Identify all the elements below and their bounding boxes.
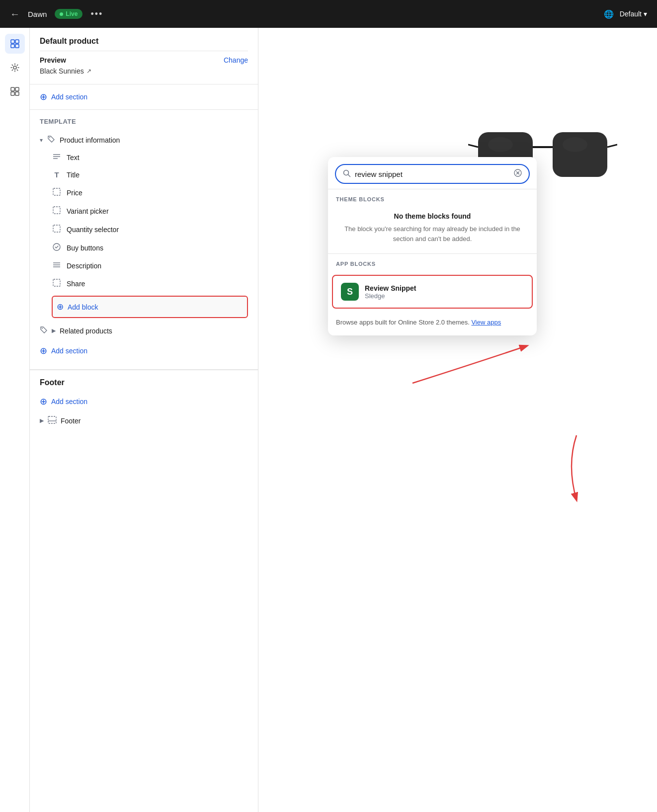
product-information-label: Product information xyxy=(60,136,120,144)
related-tag-icon xyxy=(40,326,48,335)
left-panel: Default product Preview Change Black Sun… xyxy=(30,28,258,812)
svg-point-21 xyxy=(42,328,43,329)
related-products-label: Related products xyxy=(60,327,112,335)
default-label: Default xyxy=(620,10,642,18)
no-results-title: No theme blocks found xyxy=(340,212,525,220)
change-link[interactable]: Change xyxy=(224,56,248,64)
svg-rect-14 xyxy=(53,207,60,214)
footer-tree-label: Footer xyxy=(61,417,81,425)
svg-rect-1 xyxy=(15,40,19,43)
block-buy-buttons[interactable]: Buy buttons xyxy=(52,239,248,257)
blocks-list: Text T Title Price xyxy=(40,149,248,318)
back-button[interactable]: ← xyxy=(10,8,20,20)
svg-rect-8 xyxy=(15,92,19,95)
block-variant-picker[interactable]: Variant picker xyxy=(52,202,248,220)
block-quantity-label: Quantity selector xyxy=(67,226,119,234)
price-block-icon xyxy=(52,188,62,197)
block-share[interactable]: Share xyxy=(52,274,248,293)
chevron-right-icon: ▶ xyxy=(52,327,56,334)
svg-line-32 xyxy=(348,174,350,176)
app-block-review-snippet[interactable]: S Review Snippet Sledge xyxy=(332,275,533,309)
svg-rect-2 xyxy=(11,44,14,48)
app-icon: S xyxy=(341,283,359,301)
rail-icon-settings[interactable] xyxy=(5,58,25,78)
svg-point-4 xyxy=(13,66,16,69)
app-icon-letter: S xyxy=(347,287,353,297)
app-block-info: Review Snippet Sledge xyxy=(365,284,416,300)
tag-icon xyxy=(47,135,56,145)
svg-rect-20 xyxy=(53,279,60,286)
block-price[interactable]: Price xyxy=(52,183,248,202)
product-name: Black Sunnies xyxy=(40,67,84,75)
live-label: Live xyxy=(66,10,78,17)
theme-name: Dawn xyxy=(28,10,47,18)
chevron-down-icon: ▾ xyxy=(40,137,43,144)
svg-line-27 xyxy=(468,145,478,147)
rail-icon-apps[interactable] xyxy=(5,81,25,101)
block-text[interactable]: Text xyxy=(52,149,248,166)
svg-line-28 xyxy=(607,145,617,147)
default-dropdown[interactable]: Default ▾ xyxy=(620,10,647,18)
preview-row: Preview Change xyxy=(40,56,248,64)
add-block-dropdown: review snippet THEME BLOCKS No them xyxy=(328,157,537,335)
chevron-right-footer-icon: ▶ xyxy=(40,417,44,424)
svg-rect-5 xyxy=(11,87,14,91)
footer-section: Footer ⊕ Add section ▶ Footer xyxy=(30,370,258,437)
add-block-button[interactable]: ⊕ Add block xyxy=(52,296,248,318)
block-description[interactable]: Description xyxy=(52,257,248,274)
preview-label: Preview xyxy=(40,56,66,64)
related-products-item[interactable]: ▶ Related products xyxy=(40,321,248,340)
live-dot xyxy=(60,12,63,16)
add-section-footer-button[interactable]: ⊕ Add section xyxy=(40,391,248,412)
main-layout: Default product Preview Change Black Sun… xyxy=(0,28,657,812)
svg-point-30 xyxy=(563,137,587,152)
quantity-block-icon xyxy=(52,225,62,234)
svg-rect-6 xyxy=(15,87,19,91)
buy-buttons-block-icon xyxy=(52,243,62,252)
search-bar: review snippet xyxy=(335,164,530,184)
icon-rail xyxy=(0,28,30,812)
add-section-top-button[interactable]: ⊕ Add section xyxy=(40,86,248,107)
app-block-name: Review Snippet xyxy=(365,284,416,292)
block-share-label: Share xyxy=(67,280,85,288)
plus-circle-icon: ⊕ xyxy=(40,91,47,102)
variant-block-icon xyxy=(52,206,62,216)
block-buy-buttons-label: Buy buttons xyxy=(67,244,103,252)
svg-rect-0 xyxy=(11,40,14,43)
footer-block-icon xyxy=(48,416,57,425)
block-price-label: Price xyxy=(67,189,82,197)
share-block-icon xyxy=(52,279,62,288)
right-preview: review snippet THEME BLOCKS No them xyxy=(258,28,657,812)
plus-circle-icon-2: ⊕ xyxy=(40,345,47,356)
preview-product: Black Sunnies ↗ xyxy=(40,67,248,75)
clear-search-icon[interactable] xyxy=(514,169,522,179)
live-badge: Live xyxy=(55,9,82,19)
svg-point-29 xyxy=(488,137,513,152)
panel-header-section: Default product Preview Change Black Sun… xyxy=(30,28,258,84)
app-blocks-header: APP BLOCKS xyxy=(328,254,537,271)
view-apps-link[interactable]: View apps xyxy=(471,319,501,326)
block-title[interactable]: T Title xyxy=(52,166,248,183)
svg-rect-22 xyxy=(48,416,56,423)
external-link-icon[interactable]: ↗ xyxy=(86,68,91,75)
block-quantity-selector[interactable]: Quantity selector xyxy=(52,220,248,239)
more-button[interactable]: ••• xyxy=(90,9,103,19)
add-section-top-container: ⊕ Add section xyxy=(30,84,258,109)
block-description-label: Description xyxy=(67,262,101,270)
add-section-top-label: Add section xyxy=(51,93,87,101)
template-section: Template ▾ Product information xyxy=(30,110,258,369)
text-block-icon xyxy=(52,153,62,162)
svg-point-16 xyxy=(53,244,60,250)
preview-inner: review snippet THEME BLOCKS No them xyxy=(258,28,657,812)
svg-rect-7 xyxy=(11,92,14,95)
footer-tree-item[interactable]: ▶ Footer xyxy=(40,412,248,429)
rail-icon-sections[interactable] xyxy=(5,34,25,54)
add-section-bottom-button[interactable]: ⊕ Add section xyxy=(40,340,248,361)
add-block-label: Add block xyxy=(68,303,98,311)
chevron-down-icon: ▾ xyxy=(644,10,647,18)
product-information-item[interactable]: ▾ Product information xyxy=(40,131,248,149)
block-variant-label: Variant picker xyxy=(67,207,109,215)
panel-title: Default product xyxy=(40,37,248,46)
template-label: Template xyxy=(40,118,248,125)
search-input[interactable]: review snippet xyxy=(355,170,510,178)
